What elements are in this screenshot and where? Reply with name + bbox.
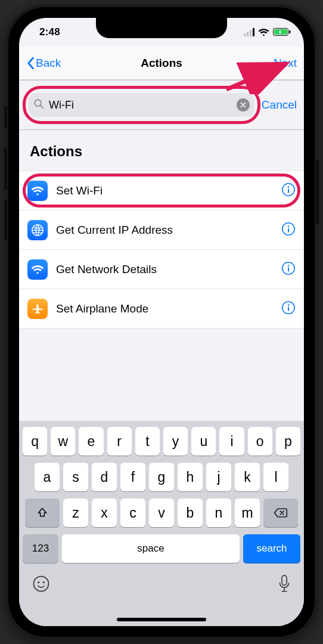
- info-button[interactable]: [281, 261, 296, 278]
- action-row-network-details[interactable]: Get Network Details: [19, 250, 304, 289]
- cellular-signal-icon: [244, 28, 254, 36]
- svg-rect-12: [288, 228, 289, 232]
- svg-rect-15: [288, 267, 289, 271]
- info-icon: [281, 261, 296, 275]
- info-icon: [281, 301, 296, 315]
- action-row-set-wifi[interactable]: Set Wi-Fi: [19, 171, 304, 210]
- backspace-icon: [274, 507, 288, 518]
- annotation-highlight-row: [23, 174, 300, 208]
- key-n[interactable]: n: [206, 499, 231, 527]
- keyboard[interactable]: q w e r t y u i o p a s d f g h: [19, 421, 304, 626]
- key-a[interactable]: a: [35, 463, 60, 491]
- key-g[interactable]: g: [149, 463, 174, 491]
- svg-line-3: [226, 67, 279, 89]
- key-j[interactable]: j: [206, 463, 231, 491]
- key-h[interactable]: h: [178, 463, 203, 491]
- svg-point-21: [43, 581, 45, 583]
- key-r[interactable]: r: [107, 427, 132, 456]
- key-b[interactable]: b: [178, 499, 203, 527]
- info-button[interactable]: [281, 222, 296, 239]
- action-label: Set Airplane Mode: [56, 302, 281, 315]
- svg-rect-18: [288, 306, 289, 311]
- key-f[interactable]: f: [120, 463, 145, 491]
- svg-point-19: [34, 577, 49, 592]
- space-key[interactable]: space: [62, 534, 240, 563]
- key-m[interactable]: m: [235, 499, 260, 527]
- key-v[interactable]: v: [149, 499, 174, 527]
- key-p[interactable]: p: [276, 427, 300, 456]
- numeric-key[interactable]: 123: [23, 534, 58, 563]
- wifi-icon: [27, 259, 48, 280]
- cancel-button[interactable]: Cancel: [258, 98, 297, 112]
- action-label: Get Network Details: [56, 263, 281, 276]
- key-q[interactable]: q: [23, 427, 47, 456]
- key-k[interactable]: k: [235, 463, 260, 491]
- svg-point-17: [288, 304, 290, 306]
- key-c[interactable]: c: [120, 499, 145, 527]
- wifi-icon: [258, 28, 269, 36]
- globe-icon: [27, 220, 48, 240]
- key-y[interactable]: y: [163, 427, 188, 456]
- home-indicator[interactable]: [117, 618, 206, 621]
- key-w[interactable]: w: [51, 427, 75, 456]
- key-z[interactable]: z: [63, 499, 88, 527]
- section-header-actions: Actions: [30, 143, 82, 160]
- shift-key[interactable]: [25, 499, 60, 527]
- action-label: Get Current IP Address: [56, 224, 281, 237]
- battery-charging-icon: [273, 28, 291, 36]
- emoji-key[interactable]: [32, 575, 50, 595]
- action-row-airplane-mode[interactable]: Set Airplane Mode: [19, 289, 304, 329]
- backspace-key[interactable]: [263, 499, 298, 527]
- microphone-icon: [278, 575, 291, 593]
- svg-point-11: [288, 225, 290, 227]
- key-i[interactable]: i: [219, 427, 244, 456]
- smiley-icon: [32, 575, 50, 593]
- annotation-arrow: [222, 61, 299, 94]
- dictation-key[interactable]: [278, 575, 291, 595]
- key-e[interactable]: e: [79, 427, 103, 456]
- status-time: 2:48: [39, 26, 60, 38]
- svg-point-14: [288, 265, 290, 267]
- search-key[interactable]: search: [243, 534, 300, 563]
- key-o[interactable]: o: [248, 427, 272, 456]
- key-l[interactable]: l: [263, 463, 288, 491]
- action-row-get-ip[interactable]: Get Current IP Address: [19, 210, 304, 250]
- shift-icon: [36, 507, 48, 519]
- key-u[interactable]: u: [191, 427, 216, 456]
- key-x[interactable]: x: [92, 499, 117, 527]
- svg-rect-22: [282, 575, 287, 585]
- airplane-icon: [27, 299, 48, 319]
- svg-point-20: [38, 581, 39, 583]
- key-t[interactable]: t: [135, 427, 160, 456]
- key-d[interactable]: d: [92, 463, 117, 491]
- info-icon: [281, 222, 296, 236]
- svg-rect-2: [289, 30, 290, 33]
- key-s[interactable]: s: [63, 463, 88, 491]
- info-button[interactable]: [281, 301, 296, 317]
